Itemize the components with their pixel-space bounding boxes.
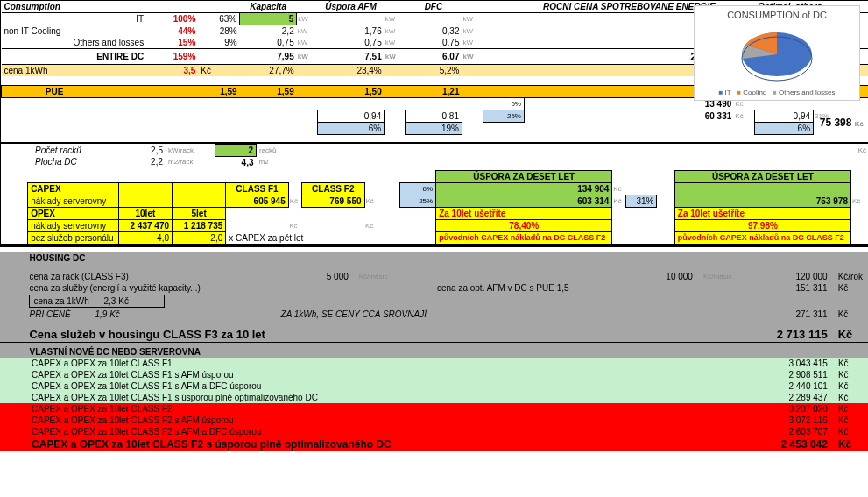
row-cooling: non IT Cooling xyxy=(2,25,147,38)
uspora-2: ÚSPORA ZA DESET LET xyxy=(674,170,850,182)
pie-legend: ■ IT ■ Cooling ■ Others and losses xyxy=(698,89,856,96)
row-cena: cena 1kWh xyxy=(2,65,147,77)
row-others: Others and losses xyxy=(43,37,146,49)
vlastni-title: VLASTNÍ NOVÉ DC NEBO SERVEROVNA xyxy=(24,346,868,358)
hdr-consumption: Consumption xyxy=(2,1,147,13)
hdr-kapacita: Kapacita xyxy=(240,1,297,13)
row-entire: ENTIRE DC xyxy=(43,49,146,65)
capex-label: CAPEX xyxy=(28,182,119,195)
hdr-uspora: Úspora AFM xyxy=(317,1,384,13)
pie-icon xyxy=(729,24,825,85)
pie-title: CONSUMPTION of DC xyxy=(698,10,856,20)
racks-table: Počet racků 2,5 kW/rack 2 racků Kč Ploch… xyxy=(1,142,868,168)
housing-section: HOUSING DC cena za rack (CLASS F3) 5 000… xyxy=(0,252,868,358)
hdr-dfc: DFC xyxy=(405,1,462,13)
green-rows: CAPEX a OPEX za 10let CLASS F13 043 415K… xyxy=(0,358,868,403)
red-rows: CAPEX a OPEX za 10let CLASS F23 207 020K… xyxy=(0,403,868,451)
uspora-1: ÚSPORA ZA DESET LET xyxy=(436,170,612,182)
pie-chart: CONSUMPTION of DC ■ IT ■ Cooling ■ Other… xyxy=(694,5,860,101)
row-it: IT xyxy=(43,13,146,25)
sum-75398: 75 398 xyxy=(820,117,852,129)
capex-table: ÚSPORA ZA DESET LET ÚSPORA ZA DESET LET … xyxy=(1,170,868,246)
opex-label: OPEX xyxy=(28,207,119,219)
housing-title: HOUSING DC xyxy=(24,252,868,264)
pue-label: PUE xyxy=(43,86,146,98)
